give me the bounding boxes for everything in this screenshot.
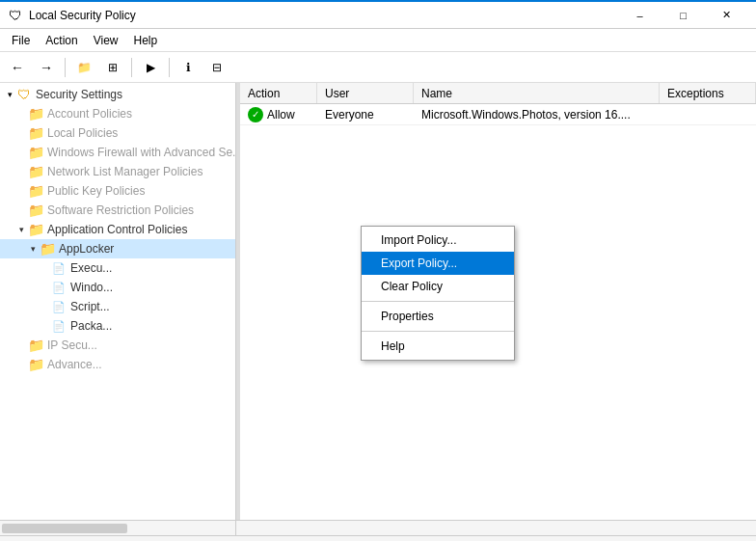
folder-icon-software: 📁 (27, 203, 44, 218)
ctx-clear-policy[interactable]: Clear Policy (362, 275, 514, 298)
ctx-help[interactable]: Help (362, 335, 514, 358)
cell-exceptions (660, 104, 756, 124)
menu-bar: File Action View Help (0, 29, 756, 52)
label-packaged: Packa... (70, 319, 112, 333)
menu-view[interactable]: View (86, 29, 126, 51)
tree-item-firewall[interactable]: 📁 Windows Firewall with Advanced Se... (0, 143, 235, 162)
title-bar-text: Local Security Policy (29, 9, 136, 22)
folder-icon-local: 📁 (27, 125, 44, 141)
col-header-action[interactable]: Action (240, 83, 317, 103)
tree-item-software-restriction[interactable]: 📁 Software Restriction Policies (0, 201, 235, 220)
table-row[interactable]: ✓ Allow Everyone Microsoft.Windows.Photo… (240, 104, 756, 125)
col-header-name[interactable]: Name (414, 83, 660, 103)
tree-item-network[interactable]: 📁 Network List Manager Policies (0, 162, 235, 181)
label-account: Account Policies (47, 107, 132, 121)
label-applocker: AppLocker (59, 242, 114, 256)
label-software: Software Restriction Policies (47, 203, 194, 217)
tree-item-script-rules[interactable]: 📄 Script... (0, 297, 235, 316)
col-header-user[interactable]: User (317, 83, 414, 103)
collapse-button[interactable]: ⊟ (203, 55, 230, 80)
app-icon: 🛡 (8, 8, 23, 23)
toolbar: ← → 📁 ⊞ ▶ ℹ ⊟ (0, 52, 756, 83)
folder-icon-applocker: 📁 (39, 241, 56, 257)
ctx-separator-2 (362, 331, 514, 332)
toolbar-separator-1 (65, 58, 66, 77)
maximize-button[interactable]: □ (662, 1, 705, 30)
col-header-exceptions[interactable]: Exceptions (660, 83, 756, 103)
tree-item-packaged-rules[interactable]: 📄 Packa... (0, 316, 235, 336)
ctx-properties[interactable]: Properties (362, 305, 514, 328)
title-bar: 🛡 Local Security Policy – □ ✕ (0, 0, 756, 29)
context-menu: Import Policy... Export Policy... Clear … (361, 226, 515, 361)
label-app-control: Application Control Policies (47, 223, 187, 236)
menu-action[interactable]: Action (38, 29, 85, 51)
folder-icon-firewall: 📁 (27, 145, 44, 160)
label-network: Network List Manager Policies (47, 165, 202, 178)
root-label: Security Settings (36, 88, 122, 101)
label-exec: Execu... (70, 261, 112, 275)
cell-name: Microsoft.Windows.Photos, version 16.... (414, 104, 660, 124)
close-button[interactable]: ✕ (705, 1, 748, 30)
minimize-button[interactable]: – (618, 1, 662, 30)
tree-item-ip-security[interactable]: 📁 IP Secu... (0, 336, 235, 355)
cell-action: ✓ Allow (240, 104, 317, 124)
tree-item-local-policies[interactable]: 📁 Local Policies (0, 123, 235, 143)
label-firewall: Windows Firewall with Advanced Se... (47, 146, 236, 159)
back-button[interactable]: ← (4, 55, 31, 80)
scroll-thumb-left[interactable] (2, 524, 127, 533)
right-pane: Action User Name Exceptions ✓ Allow Ever… (240, 83, 756, 520)
h-scroll-left (0, 521, 236, 535)
label-ip: IP Secu... (47, 338, 97, 352)
label-local: Local Policies (47, 126, 118, 140)
ctx-import-policy[interactable]: Import Policy... (362, 229, 514, 252)
label-script: Script... (70, 300, 110, 313)
toolbar-separator-3 (169, 58, 170, 77)
doc-icon-exec: 📄 (50, 260, 68, 276)
tree-item-advanced[interactable]: 📁 Advance... (0, 355, 235, 374)
doc-icon-script: 📄 (50, 299, 68, 314)
main-container: ▾ 🛡 Security Settings 📁 Account Policies… (0, 83, 756, 520)
arrow-applocker: ▾ (27, 244, 39, 254)
root-arrow: ▾ (4, 90, 15, 99)
folder-icon-ip: 📁 (27, 338, 44, 353)
toolbar-separator-2 (131, 58, 132, 77)
folder-icon-advanced: 📁 (27, 357, 44, 372)
cell-user: Everyone (317, 104, 414, 124)
tree-item-app-control[interactable]: ▾ 📁 Application Control Policies (0, 220, 235, 239)
scroll-area (0, 520, 756, 535)
doc-icon-packaged: 📄 (50, 318, 68, 334)
tree-item-pubkey[interactable]: 📁 Public Key Policies (0, 181, 235, 201)
menu-help[interactable]: Help (126, 29, 166, 51)
tree-item-applocker[interactable]: ▾ 📁 AppLocker (0, 239, 235, 258)
info-button[interactable]: ℹ (175, 55, 202, 80)
list-header: Action User Name Exceptions (240, 83, 756, 104)
h-scroll-right (236, 521, 756, 535)
label-advanced: Advance... (47, 358, 102, 371)
arrow-app-control: ▾ (15, 225, 27, 234)
tree-item-account-policies[interactable]: 📁 Account Policies (0, 104, 235, 123)
folder-icon-pubkey: 📁 (27, 183, 44, 199)
root-folder-icon: 🛡 (15, 87, 33, 102)
show-hide-button[interactable]: ⊞ (99, 55, 126, 80)
up-button[interactable]: 📁 (70, 55, 97, 80)
ctx-separator-1 (362, 301, 514, 302)
run-button[interactable]: ▶ (137, 55, 164, 80)
label-pubkey: Public Key Policies (47, 184, 145, 198)
folder-icon-app-control: 📁 (27, 222, 44, 237)
tree-root[interactable]: ▾ 🛡 Security Settings (0, 85, 235, 104)
allow-icon: ✓ (248, 107, 263, 122)
label-windows: Windo... (70, 281, 113, 294)
ctx-export-policy[interactable]: Export Policy... (362, 252, 514, 275)
tree-item-windows-rules[interactable]: 📄 Windo... (0, 278, 235, 297)
status-bar: Export policy to file (0, 535, 756, 541)
folder-icon-account: 📁 (27, 106, 44, 122)
tree-item-exec-rules[interactable]: 📄 Execu... (0, 258, 235, 278)
doc-icon-windows: 📄 (50, 280, 68, 295)
forward-button[interactable]: → (33, 55, 60, 80)
action-label: Allow (267, 108, 295, 122)
menu-file[interactable]: File (4, 29, 38, 51)
left-pane[interactable]: ▾ 🛡 Security Settings 📁 Account Policies… (0, 83, 236, 520)
window-controls: – □ ✕ (618, 1, 748, 30)
folder-icon-network: 📁 (27, 164, 44, 179)
